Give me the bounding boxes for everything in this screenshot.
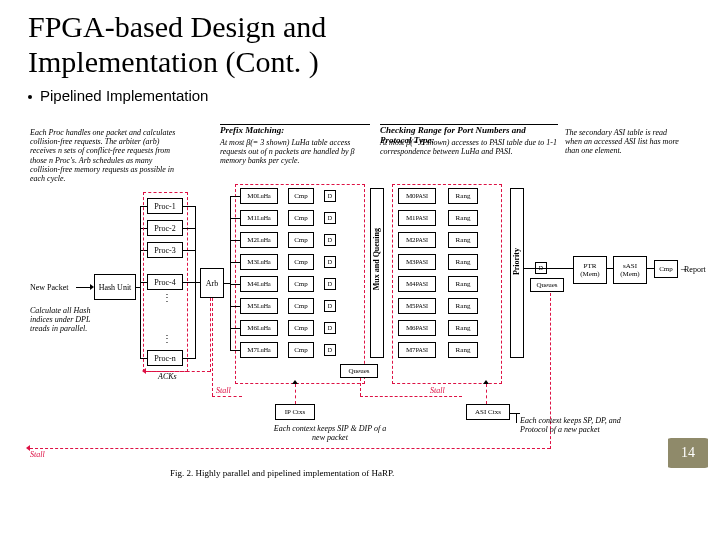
stall-2: Stall bbox=[430, 386, 445, 395]
queues-box: Queues bbox=[340, 364, 378, 378]
cmp: Cmp bbox=[288, 188, 314, 204]
asi-caption: Each context keeps SP, DP, and Protocol … bbox=[520, 416, 650, 434]
diagram: Each Proc handles one packet and calcula… bbox=[30, 128, 690, 498]
luha-m1: M1LuHa bbox=[240, 210, 278, 226]
cmp-final: Cmp bbox=[654, 260, 678, 278]
report-label: Report bbox=[684, 265, 706, 274]
luha-m5: M5LuHa bbox=[240, 298, 278, 314]
asi-ctxs: ASI Ctxs bbox=[466, 404, 510, 420]
pasi-m0: M0PASI bbox=[398, 188, 436, 204]
hash-note: Calculate all Hash indices under DPL tre… bbox=[30, 306, 92, 334]
stall-3: Stall bbox=[30, 450, 45, 459]
luha-m0: M0LuHa bbox=[240, 188, 278, 204]
d-box: D bbox=[324, 190, 336, 202]
page-number: 14 bbox=[681, 445, 695, 461]
queues2: Queues bbox=[530, 278, 564, 292]
bullet-text: Pipelined Implementation bbox=[40, 87, 208, 104]
priority-label: Priority bbox=[512, 248, 521, 275]
ip-ctxs: IP Ctxs bbox=[275, 404, 315, 420]
luha-m2: M2LuHa bbox=[240, 232, 278, 248]
bullet-row: Pipelined Implementation bbox=[0, 79, 720, 104]
bullet-dot bbox=[28, 95, 32, 99]
prefix-note: At most β(= 3 shown) LuHa table access r… bbox=[220, 138, 370, 166]
ptr-mem: PTR (Mem) bbox=[573, 256, 607, 284]
hdr-prefix: Prefix Matching: bbox=[220, 125, 284, 135]
slide-title-line1: FPGA-based Design and bbox=[28, 10, 326, 43]
figure-caption: Fig. 2. Highly parallel and pipelined im… bbox=[170, 468, 394, 478]
page-number-badge: 14 bbox=[668, 438, 708, 468]
sasi-mem: sASI (Mem) bbox=[613, 256, 647, 284]
proc-group bbox=[143, 192, 188, 372]
slide-title-line2: Implementation (Cont. ) bbox=[28, 45, 319, 78]
mux-queue-label: Mux and Queuing bbox=[372, 228, 381, 290]
luha-m4: M4LuHa bbox=[240, 276, 278, 292]
rang: Rang bbox=[448, 188, 478, 204]
new-packet-label: New Packet bbox=[30, 283, 68, 292]
asi-note: The secondary ASI table is read when an … bbox=[565, 128, 685, 156]
hash-unit-box: Hash Unit bbox=[94, 274, 136, 300]
luha-m7: M7LuHa bbox=[240, 342, 278, 358]
luha-m6: M6LuHa bbox=[240, 320, 278, 336]
ip-caption: Each context keeps SIP & DIP of a new pa… bbox=[270, 424, 390, 442]
arb-box: Arb bbox=[200, 268, 224, 298]
proc-note: Each Proc handles one packet and calcula… bbox=[30, 128, 178, 183]
luha-m3: M3LuHa bbox=[240, 254, 278, 270]
stall-1: Stall bbox=[216, 386, 231, 395]
checking-note: At most β(= 8 shown) accesses to PASI ta… bbox=[380, 138, 558, 156]
acks-label: ACKs bbox=[158, 372, 177, 381]
